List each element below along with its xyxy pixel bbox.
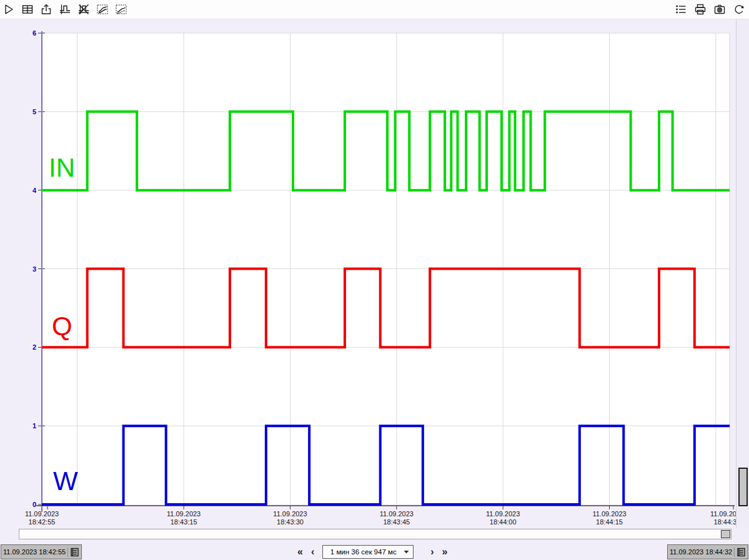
series-IN-label: IN: [49, 153, 75, 182]
table-button[interactable]: [21, 2, 34, 16]
x-tick-label-time: 18:44:00: [490, 518, 517, 526]
snapshot-button[interactable]: [713, 2, 727, 16]
x-tick-label-date: 11.09.2023: [592, 510, 626, 518]
time-navigation: « ‹ 1 мин 36 сек 947 мс › »: [295, 544, 450, 560]
x-tick-label-time: 18:44:15: [596, 518, 623, 526]
toolbar-left-group: [2, 2, 128, 16]
run-button[interactable]: [2, 2, 16, 16]
divider: [734, 548, 735, 557]
horizontal-scrollbar[interactable]: [19, 529, 732, 539]
refresh-button[interactable]: [732, 2, 746, 16]
series-Q-label: Q: [52, 312, 72, 341]
chevron-down-icon: [404, 550, 409, 554]
play-icon: [2, 3, 15, 16]
x-tick-label-date: 11.09.2023: [167, 510, 201, 518]
nav-first-button[interactable]: «: [295, 546, 305, 558]
start-datetime-value: 11.09.2023 18:42:55: [3, 548, 66, 556]
table-icon: [21, 3, 34, 16]
interpolated-chart-icon: [115, 3, 127, 16]
x-tick-label-date: 11.09.2023: [273, 510, 307, 518]
x-tick-label-time: 18:43:45: [383, 518, 410, 526]
vertical-scrollbar[interactable]: [736, 19, 749, 528]
x-tick-label-time: 18:43:15: [171, 518, 197, 526]
legend-list-icon: [675, 3, 687, 16]
x-tick-label-time: 18:43:30: [277, 518, 304, 526]
nav-last-button[interactable]: »: [440, 546, 450, 558]
start-datetime-box[interactable]: 11.09.2023 18:42:55: [1, 544, 82, 559]
trend-plot[interactable]: 11.09.202318:42:5511.09.202318:43:1511.0…: [0, 0, 749, 528]
x-tick-label-date: 11.09.2023: [380, 510, 414, 518]
nav-prev-button[interactable]: ‹: [309, 546, 317, 558]
toolbar: [0, 0, 749, 19]
camera-icon: [713, 3, 726, 16]
export-icon: [40, 3, 52, 16]
interpolate-chart-button[interactable]: [114, 2, 128, 16]
step-chart-icon: [59, 3, 71, 16]
vertical-scrollbar-thumb[interactable]: [738, 468, 748, 506]
y-tick-label: 6: [32, 29, 36, 37]
refresh-icon: [733, 3, 745, 16]
print-button[interactable]: [693, 2, 707, 16]
printer-icon: [694, 3, 707, 16]
y-tick-label: 1: [32, 422, 36, 430]
end-datetime-value: 11.09.2023 18:44:32: [670, 548, 732, 556]
y-tick-label: 0: [32, 501, 36, 508]
start-calendar-button[interactable]: [70, 546, 79, 558]
time-span-dropdown[interactable]: 1 мин 36 сек 947 мс: [322, 545, 414, 559]
step-display-button[interactable]: [58, 2, 72, 16]
y-tick-label: 2: [32, 343, 36, 351]
calendar-icon: [70, 548, 79, 557]
y-tick-label: 5: [32, 108, 36, 115]
end-datetime-box[interactable]: 11.09.2023 18:44:32: [667, 544, 748, 559]
toolbar-right-group: [674, 2, 746, 16]
export-button[interactable]: [39, 2, 53, 16]
series-W-label: W: [53, 466, 78, 496]
x-tick-label-date: 11.09.2023: [486, 510, 520, 518]
step-display-off-button[interactable]: [77, 2, 91, 16]
horizontal-scrollbar-thumb[interactable]: [721, 530, 730, 538]
legend-button[interactable]: [674, 2, 688, 16]
divider: [67, 548, 68, 557]
smooth-chart-button[interactable]: [96, 2, 109, 16]
y-tick-label: 3: [32, 265, 36, 273]
step-chart-crossed-icon: [77, 3, 90, 16]
x-tick-label-time: 18:42:55: [29, 518, 56, 526]
smooth-chart-icon: [96, 3, 109, 16]
calendar-icon: [737, 548, 746, 557]
y-tick-label: 4: [32, 187, 37, 194]
time-span-value: 1 мин 36 сек 947 мс: [323, 548, 404, 556]
end-calendar-button[interactable]: [737, 546, 746, 558]
nav-next-button[interactable]: ›: [428, 546, 436, 558]
